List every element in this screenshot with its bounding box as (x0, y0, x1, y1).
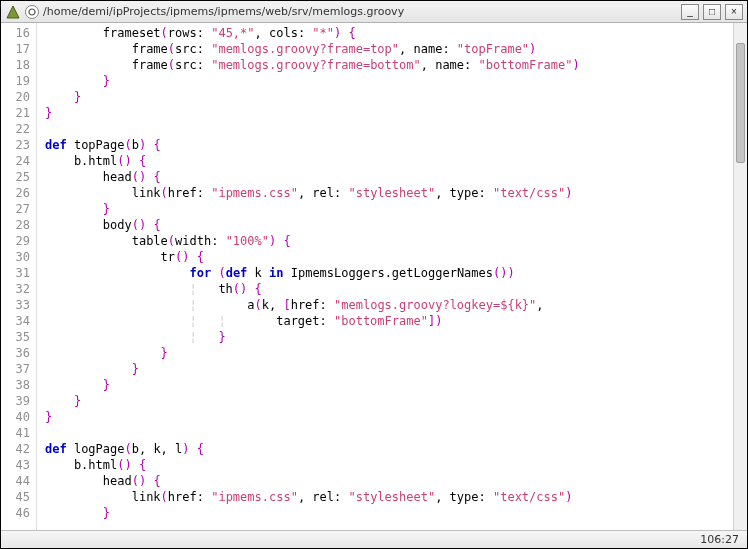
code-line[interactable]: link(href: "ipmems.css", rel: "styleshee… (45, 489, 733, 505)
code-line[interactable]: b.html() { (45, 457, 733, 473)
line-number: 45 (1, 489, 30, 505)
line-number: 46 (1, 505, 30, 521)
line-number: 37 (1, 361, 30, 377)
code-line[interactable] (45, 425, 733, 441)
window-titlebar: /home/demi/ipProjects/ipmems/ipmems/web/… (1, 1, 747, 23)
line-number: 34 (1, 313, 30, 329)
code-line[interactable]: } (45, 505, 733, 521)
code-line[interactable]: tr() { (45, 249, 733, 265)
code-line[interactable]: def logPage(b, k, l) { (45, 441, 733, 457)
line-number: 19 (1, 73, 30, 89)
code-line[interactable]: } (45, 73, 733, 89)
code-line[interactable]: head() { (45, 169, 733, 185)
line-number: 35 (1, 329, 30, 345)
code-line[interactable]: ¦ th() { (45, 281, 733, 297)
line-number: 33 (1, 297, 30, 313)
cursor-position: 106:27 (700, 533, 739, 546)
line-number: 32 (1, 281, 30, 297)
line-number: 26 (1, 185, 30, 201)
code-line[interactable]: frame(src: "memlogs.groovy?frame=bottom"… (45, 57, 733, 73)
line-number: 21 (1, 105, 30, 121)
code-area[interactable]: frameset(rows: "45,*", cols: "*") { fram… (37, 23, 733, 530)
editor-area: 1617181920212223242526272829303132333435… (1, 23, 747, 530)
code-line[interactable]: def topPage(b) { (45, 137, 733, 153)
code-line[interactable]: } (45, 105, 733, 121)
code-line[interactable]: } (45, 201, 733, 217)
line-number: 41 (1, 425, 30, 441)
line-number-gutter: 1617181920212223242526272829303132333435… (1, 23, 37, 530)
code-line[interactable]: head() { (45, 473, 733, 489)
line-number: 28 (1, 217, 30, 233)
code-line[interactable]: link(href: "ipmems.css", rel: "styleshee… (45, 185, 733, 201)
code-line[interactable]: } (45, 89, 733, 105)
line-number: 24 (1, 153, 30, 169)
line-number: 43 (1, 457, 30, 473)
code-line[interactable]: } (45, 409, 733, 425)
maximize-button[interactable]: □ (703, 4, 721, 20)
code-line[interactable]: } (45, 345, 733, 361)
window-title: /home/demi/ipProjects/ipmems/ipmems/web/… (43, 5, 677, 18)
line-number: 36 (1, 345, 30, 361)
svg-marker-0 (7, 6, 19, 18)
line-number: 20 (1, 89, 30, 105)
svg-point-1 (29, 9, 35, 15)
code-line[interactable]: ¦ } (45, 329, 733, 345)
line-number: 30 (1, 249, 30, 265)
line-number: 22 (1, 121, 30, 137)
line-number: 42 (1, 441, 30, 457)
line-number: 29 (1, 233, 30, 249)
code-line[interactable]: ¦ a(k, [href: "memlogs.groovy?logkey=${k… (45, 297, 733, 313)
code-line[interactable] (45, 121, 733, 137)
code-line[interactable]: } (45, 393, 733, 409)
code-line[interactable]: } (45, 361, 733, 377)
code-line[interactable]: frameset(rows: "45,*", cols: "*") { (45, 25, 733, 41)
line-number: 38 (1, 377, 30, 393)
close-button[interactable]: × (725, 4, 743, 20)
app-icon (5, 4, 21, 20)
line-number: 18 (1, 57, 30, 73)
line-number: 39 (1, 393, 30, 409)
line-number: 25 (1, 169, 30, 185)
scroll-thumb[interactable] (736, 43, 745, 163)
line-number: 31 (1, 265, 30, 281)
line-number: 17 (1, 41, 30, 57)
status-bar: 106:27 (1, 530, 747, 548)
line-number: 16 (1, 25, 30, 41)
code-line[interactable]: table(width: "100%") { (45, 233, 733, 249)
code-line[interactable]: body() { (45, 217, 733, 233)
code-line[interactable]: } (45, 377, 733, 393)
code-line[interactable]: b.html() { (45, 153, 733, 169)
line-number: 23 (1, 137, 30, 153)
menu-icon[interactable] (25, 5, 39, 19)
code-line[interactable]: frame(src: "memlogs.groovy?frame=top", n… (45, 41, 733, 57)
code-line[interactable]: ¦ ¦ target: "bottomFrame"]) (45, 313, 733, 329)
line-number: 44 (1, 473, 30, 489)
line-number: 27 (1, 201, 30, 217)
vertical-scrollbar[interactable] (733, 23, 747, 530)
minimize-button[interactable]: _ (681, 4, 699, 20)
code-line[interactable]: for (def k in IpmemsLoggers.getLoggerNam… (45, 265, 733, 281)
line-number: 40 (1, 409, 30, 425)
